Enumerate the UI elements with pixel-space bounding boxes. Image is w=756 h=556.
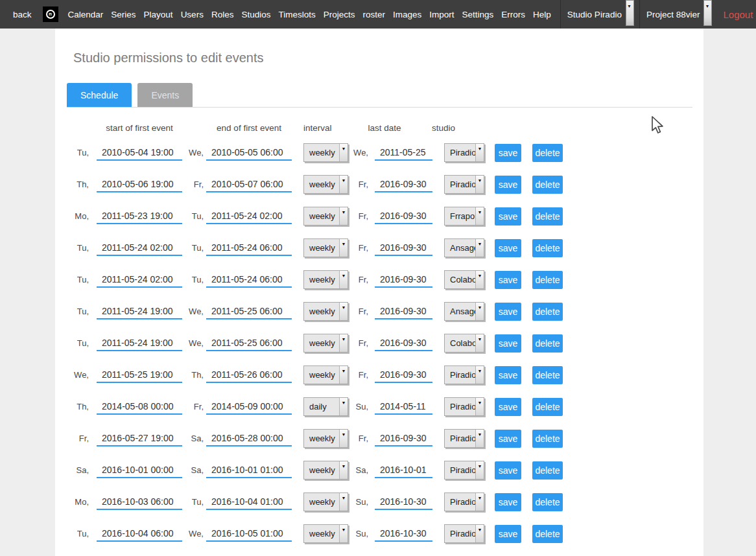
nav-item-series[interactable]: Series [107, 10, 139, 19]
end-datetime-input[interactable] [206, 494, 292, 510]
delete-button[interactable]: delete [532, 334, 563, 353]
studio-row-select[interactable]: Piradio ▼ [444, 397, 484, 416]
nav-item-settings[interactable]: Settings [458, 10, 498, 19]
delete-button[interactable]: delete [532, 525, 563, 543]
logout-link[interactable]: Logout [717, 9, 756, 20]
last-date-input[interactable] [375, 494, 432, 510]
studio-row-select[interactable]: Piradio ▼ [444, 143, 484, 162]
save-button[interactable]: save [495, 430, 521, 448]
delete-button[interactable]: delete [532, 176, 563, 194]
project-select[interactable]: Project 88vier ▼ [639, 0, 713, 29]
nav-item-playout[interactable]: Playout [140, 10, 177, 19]
delete-button[interactable]: delete [532, 366, 563, 384]
studio-row-select[interactable]: Ansage ▼ [444, 238, 484, 257]
piradio-logo-icon[interactable]: п [43, 6, 58, 22]
save-button[interactable]: save [495, 239, 521, 257]
nav-item-timeslots[interactable]: Timeslots [274, 10, 319, 19]
studio-select[interactable]: Studio Piradio ▼ [560, 0, 634, 29]
save-button[interactable]: save [495, 366, 521, 384]
save-button[interactable]: save [495, 334, 521, 353]
end-datetime-input[interactable] [206, 272, 292, 288]
studio-row-select[interactable]: Piradio ▼ [444, 492, 484, 511]
delete-button[interactable]: delete [532, 144, 563, 162]
end-datetime-input[interactable] [206, 526, 292, 542]
last-date-input[interactable] [375, 399, 432, 415]
start-datetime-input[interactable] [97, 430, 182, 446]
nav-item-calendar[interactable]: Calendar [64, 10, 108, 19]
interval-select[interactable]: weekly ▼ [303, 365, 348, 384]
delete-button[interactable]: delete [532, 239, 563, 257]
start-datetime-input[interactable] [97, 399, 182, 415]
start-datetime-input[interactable] [97, 303, 182, 319]
back-link[interactable]: back [8, 10, 37, 19]
end-datetime-input[interactable] [206, 430, 292, 446]
tab-schedule[interactable]: Schedule [67, 83, 132, 107]
interval-select[interactable]: weekly ▼ [303, 461, 348, 480]
end-datetime-input[interactable] [206, 208, 292, 224]
studio-row-select[interactable]: Frrapo ▼ [444, 207, 484, 226]
nav-item-projects[interactable]: Projects [320, 10, 359, 19]
interval-select[interactable]: weekly ▼ [303, 238, 348, 257]
save-button[interactable]: save [495, 461, 521, 480]
nav-item-roles[interactable]: Roles [207, 10, 238, 19]
studio-select-scroll-strip[interactable]: ▼ [626, 0, 634, 26]
end-datetime-input[interactable] [206, 399, 292, 415]
delete-button[interactable]: delete [532, 461, 563, 480]
studio-row-select[interactable]: Colabo ▼ [444, 334, 484, 353]
interval-select[interactable]: weekly ▼ [303, 270, 348, 289]
studio-row-select[interactable]: Colabo ▼ [444, 270, 484, 289]
interval-select[interactable]: weekly ▼ [303, 207, 348, 226]
save-button[interactable]: save [495, 144, 521, 162]
start-datetime-input[interactable] [97, 145, 182, 161]
interval-select[interactable]: weekly ▼ [303, 175, 348, 194]
start-datetime-input[interactable] [97, 462, 182, 478]
end-datetime-input[interactable] [206, 462, 292, 478]
interval-select[interactable]: weekly ▼ [303, 334, 348, 353]
tab-events[interactable]: Events [137, 83, 193, 107]
save-button[interactable]: save [495, 525, 521, 543]
start-datetime-input[interactable] [97, 494, 182, 510]
start-datetime-input[interactable] [97, 335, 182, 351]
studio-row-select[interactable]: Piradio ▼ [444, 461, 484, 480]
end-datetime-input[interactable] [206, 240, 292, 256]
last-date-input[interactable] [375, 526, 432, 542]
nav-item-images[interactable]: Images [389, 10, 425, 19]
last-date-input[interactable] [375, 240, 432, 256]
save-button[interactable]: save [495, 493, 521, 511]
interval-select[interactable]: daily ▼ [303, 397, 348, 416]
nav-item-users[interactable]: Users [177, 10, 207, 19]
nav-item-import[interactable]: Import [425, 10, 458, 19]
interval-select[interactable]: weekly ▼ [303, 492, 348, 511]
last-date-input[interactable] [375, 335, 432, 351]
delete-button[interactable]: delete [532, 303, 563, 321]
nav-item-errors[interactable]: Errors [497, 10, 529, 19]
nav-item-help[interactable]: Help [529, 10, 555, 19]
last-date-input[interactable] [375, 367, 432, 383]
last-date-input[interactable] [375, 462, 432, 478]
end-datetime-input[interactable] [206, 303, 292, 319]
last-date-input[interactable] [375, 303, 432, 319]
studio-row-select[interactable]: Piradio ▼ [444, 175, 484, 194]
studio-row-select[interactable]: Piradio ▼ [444, 365, 484, 384]
last-date-input[interactable] [375, 430, 432, 446]
last-date-input[interactable] [375, 145, 432, 161]
last-date-input[interactable] [375, 208, 432, 224]
start-datetime-input[interactable] [97, 272, 182, 288]
save-button[interactable]: save [495, 176, 521, 194]
save-button[interactable]: save [495, 303, 521, 321]
interval-select[interactable]: weekly ▼ [303, 143, 348, 162]
delete-button[interactable]: delete [532, 493, 563, 511]
nav-item-studios[interactable]: Studios [237, 10, 274, 19]
end-datetime-input[interactable] [206, 335, 292, 351]
delete-button[interactable]: delete [532, 430, 563, 448]
start-datetime-input[interactable] [97, 208, 182, 224]
end-datetime-input[interactable] [206, 145, 292, 161]
start-datetime-input[interactable] [97, 176, 182, 192]
interval-select[interactable]: weekly ▼ [303, 302, 348, 321]
last-date-input[interactable] [375, 272, 432, 288]
last-date-input[interactable] [375, 176, 432, 192]
project-select-scroll-strip[interactable]: ▼ [703, 0, 712, 26]
start-datetime-input[interactable] [97, 240, 182, 256]
save-button[interactable]: save [495, 398, 521, 416]
save-button[interactable]: save [495, 207, 521, 226]
